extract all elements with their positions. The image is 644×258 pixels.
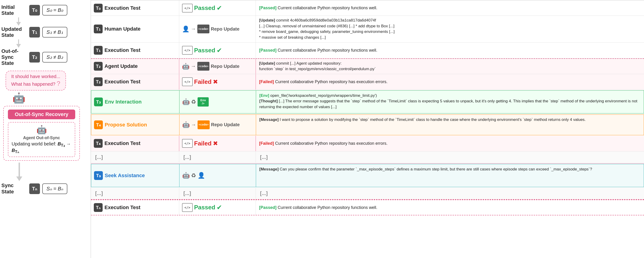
passed-t1: Passed bbox=[194, 47, 215, 54]
result-t0: [Passed] Current collaborative Python re… bbox=[256, 0, 644, 15]
t1-exec-label: Execution Test bbox=[104, 47, 140, 53]
t2-badge: T₂ bbox=[29, 52, 40, 63]
cross-icon-t4: ✖ bbox=[213, 140, 218, 147]
result-tn: [Passed] Current collaborative Python re… bbox=[256, 200, 644, 215]
sync-formula: Sₙ = Bₙ bbox=[42, 183, 67, 194]
dots-result-2: [...] bbox=[256, 188, 644, 199]
t3-label: Env Interaction bbox=[105, 99, 142, 105]
event-t0: T₀ Execution Test bbox=[91, 0, 179, 15]
robot-icon-t2: 🤖 bbox=[182, 63, 190, 70]
row-t2-exec: T₂ Execution Test </> Failed ✖ [Failed] … bbox=[91, 74, 644, 90]
passed-t0: Passed bbox=[194, 4, 215, 11]
human-icon: 👤 bbox=[182, 25, 190, 33]
check-icon-t0: ✔ bbox=[216, 4, 222, 12]
t0-event-label: Execution Test bbox=[104, 5, 140, 11]
recovery-box: Out-of-Sync Recovery 🤖 Agent Out-of-Sync… bbox=[3, 106, 80, 161]
event-tn: Tₙ Execution Test bbox=[91, 200, 179, 215]
row-t2-agent: T₂ Agent Update 🤖 → <code> Repo Update [… bbox=[91, 58, 644, 74]
t9-label: Seek Assistance bbox=[105, 172, 145, 179]
dots-row-2: [...] [...] [...] bbox=[91, 188, 644, 200]
tn-exec-label: Execution Test bbox=[104, 205, 140, 211]
updated-state-label: Updated State bbox=[2, 26, 27, 38]
dots-row-1: [...] [...] [...] bbox=[91, 151, 644, 163]
row-t4-propose: T₄ Propose Solution 🤖 → <code> Repo Upda… bbox=[91, 115, 644, 135]
t1-exec-badge: T₁ bbox=[94, 46, 102, 55]
code-icon-t2: </> bbox=[182, 77, 193, 86]
robot-icon-t3: 🤖 bbox=[182, 98, 190, 105]
recovery-inner: 🤖 Agent Out-of-Sync Updating world belie… bbox=[8, 122, 75, 157]
result-t1-exec: [Passed] Current collaborative Python re… bbox=[256, 43, 644, 58]
action-t2-exec: </> Failed ✖ bbox=[179, 74, 256, 90]
event-t2-exec: T₂ Execution Test bbox=[91, 74, 179, 90]
thought-bubble: It should have worked... What has happen… bbox=[6, 71, 66, 91]
row-t9-seek: T₉ Seek Assistance 🤖 ♻ 👤 [Message] Can y… bbox=[91, 164, 644, 187]
result-t4-propose: [Message] I want to propose a solution b… bbox=[256, 115, 644, 135]
event-t3: T₃ Env Interaction bbox=[91, 91, 180, 113]
action-t0: </> Passed ✔ bbox=[179, 0, 256, 15]
recycle-icon-t3: ♻ bbox=[191, 99, 196, 105]
event-t2-agent: T₂ Agent Update bbox=[91, 59, 179, 74]
failed-t2: Failed bbox=[194, 78, 212, 86]
initial-state-label: Initial State bbox=[2, 4, 27, 16]
t0-event-badge: T₀ bbox=[94, 4, 102, 12]
event-t4-propose: T₄ Propose Solution bbox=[91, 115, 180, 135]
updated-formula: S₁ ≠ B₁ bbox=[42, 27, 67, 37]
result-t1-human: [Update] commit 4c460ba6c8959dd8e0a03b13… bbox=[256, 16, 644, 42]
t2-agent-label: Agent Update bbox=[104, 63, 138, 69]
arrow-icon-t1: → bbox=[191, 26, 196, 32]
t4-label: Propose Solution bbox=[105, 122, 147, 128]
event-t1-human: T₁ Human Update bbox=[91, 16, 179, 42]
event-t4-exec: T₄ Execution Test bbox=[91, 136, 179, 151]
row-tn-exec: Tₙ Execution Test </> Passed ✔ [Passed] … bbox=[91, 200, 644, 215]
t3-badge: T₃ bbox=[94, 98, 103, 106]
repo-label-t4: Repo Update bbox=[211, 122, 240, 128]
action-t4-exec: </> Failed ✖ bbox=[179, 136, 256, 151]
action-t3: 🤖 ♻ Env/> bbox=[180, 91, 256, 113]
row-t3-env: T₃ Env Interaction 🤖 ♻ Env/> [Env] open_… bbox=[91, 90, 644, 114]
repo-badge-t1: <code> bbox=[197, 24, 210, 33]
t4-badge: T₄ bbox=[94, 121, 103, 129]
t9-badge: T₉ bbox=[94, 171, 103, 180]
robot-recovery-icon: 🤖 bbox=[36, 125, 47, 134]
result-t4-exec: [Failed] Current collaborative Python re… bbox=[256, 136, 644, 151]
oos-formula: S₂ ≠ B₂ bbox=[42, 52, 67, 63]
dots-action-2: [...] bbox=[179, 188, 256, 199]
dots-action-1: [...] bbox=[179, 152, 256, 163]
t4-exec-label: Execution Test bbox=[104, 140, 140, 146]
t0-badge: T₀ bbox=[29, 5, 40, 15]
result-t2-exec: [Failed] Current collaborative Python re… bbox=[256, 74, 644, 90]
robot-icon-t4: 🤖 bbox=[182, 121, 190, 128]
tn-badge: Tₙ bbox=[29, 183, 40, 194]
result-t3: [Env] open_file('/workspace/test_repo/gy… bbox=[256, 91, 644, 113]
event-t1-exec: T₁ Execution Test bbox=[91, 43, 179, 58]
check-icon-t1: ✔ bbox=[216, 47, 222, 54]
action-t1-human: 👤 → <code> Repo Update bbox=[179, 16, 256, 42]
t1-event-label: Human Update bbox=[104, 26, 140, 32]
code-icon-t1: </> bbox=[182, 46, 193, 55]
failed-t4: Failed bbox=[194, 140, 212, 147]
t2-exec-badge: T₂ bbox=[94, 77, 102, 86]
left-panel: Initial State T₀ S₀ = B₀ Updated State T… bbox=[0, 0, 90, 258]
check-icon-tn: ✔ bbox=[216, 204, 222, 211]
t1-badge: T₁ bbox=[29, 27, 40, 37]
code-icon-tn: </> bbox=[182, 203, 193, 212]
t4-exec-badge: T₄ bbox=[94, 139, 102, 148]
repo-badge-t4: <code> bbox=[198, 121, 210, 129]
person-icon-t9: 👤 bbox=[198, 172, 205, 179]
cross-icon-t2: ✖ bbox=[213, 78, 218, 86]
right-panel: T₀ Execution Test </> Passed ✔ [Passed] … bbox=[90, 0, 644, 258]
dots-event-1: [...] bbox=[91, 152, 179, 163]
action-t2-agent: 🤖 → <code> Repo Update bbox=[179, 59, 256, 74]
tn-exec-badge: Tₙ bbox=[94, 203, 102, 212]
row-t1-exec: T₁ Execution Test </> Passed ✔ [Passed] … bbox=[91, 43, 644, 58]
repo-label-t1: Repo Update bbox=[211, 26, 239, 32]
result-t9: [Message] Can you please confirm that th… bbox=[256, 164, 644, 187]
passed-tn: Passed bbox=[194, 204, 215, 211]
recycle-t9: ♻ bbox=[191, 172, 196, 179]
event-t9: T₉ Seek Assistance bbox=[91, 164, 180, 187]
recovery-title: Out-of-Sync Recovery bbox=[8, 110, 75, 119]
env-badge-t3: Env/> bbox=[198, 97, 209, 107]
oos-state-label: Out-of-Sync State bbox=[2, 48, 27, 66]
arrow-t2: → bbox=[191, 63, 196, 69]
t2-exec-label: Execution Test bbox=[104, 79, 140, 85]
